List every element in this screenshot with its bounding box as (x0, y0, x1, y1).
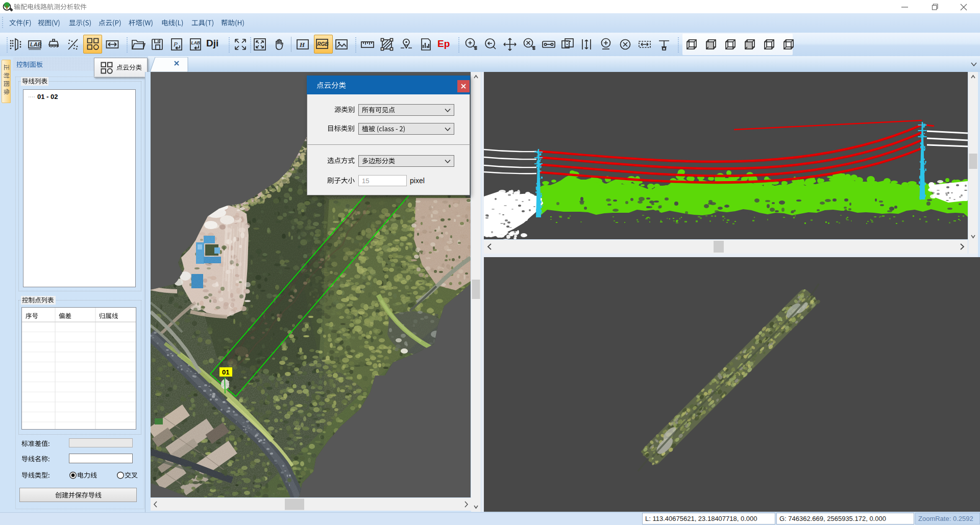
svg-text:01: 01 (222, 368, 229, 376)
svg-text:LAB: LAB (191, 40, 200, 45)
svg-text:H: H (299, 41, 305, 48)
svg-text:LAB: LAB (30, 41, 42, 47)
svg-text:RGB: RGB (317, 41, 329, 47)
